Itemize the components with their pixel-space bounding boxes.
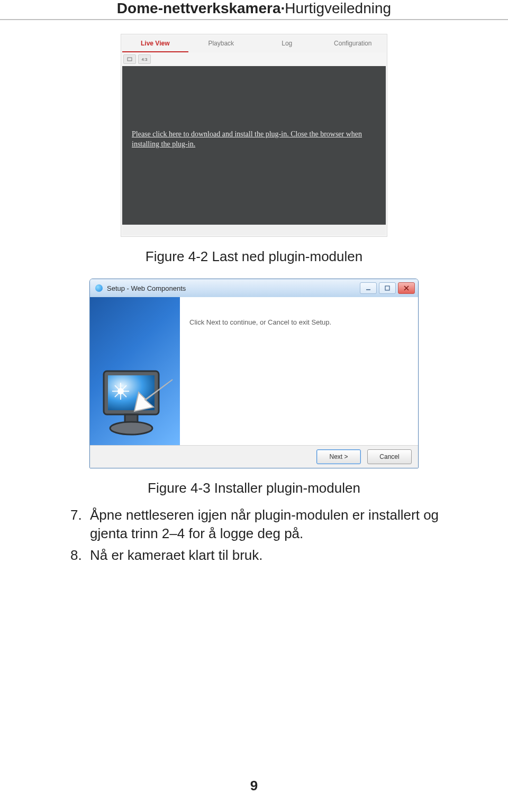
header-light: Hurtigveiledning [285, 0, 391, 16]
svg-rect-2 [385, 286, 389, 290]
tab-configuration[interactable]: Configuration [320, 35, 386, 52]
header-bold: Dome-nettverkskamera· [117, 0, 285, 16]
svg-point-12 [117, 388, 124, 394]
dialog-side-graphic [90, 297, 180, 445]
tab-live-view[interactable]: Live View [122, 35, 188, 52]
monitor-arrow-icon [94, 352, 174, 442]
cancel-button[interactable]: Cancel [367, 449, 412, 464]
dialog-title: Setup - Web Components [107, 284, 186, 292]
caption-4-3: Figure 4-3 Installer plugin-modulen [53, 480, 455, 496]
figure-4-2: Live View Playback Log Configuration 4:3… [121, 34, 387, 237]
minimize-icon [366, 285, 371, 291]
tab-log[interactable]: Log [254, 35, 320, 52]
toolbar-43-button[interactable]: 4:3 [138, 54, 151, 64]
svg-point-14 [110, 422, 152, 435]
page-number: 9 [0, 778, 508, 794]
webui-tabs: Live View Playback Log Configuration [122, 35, 386, 52]
video-area: Please click here to download and instal… [122, 66, 386, 225]
caption-4-2: Figure 4-2 Last ned plugin-modulen [53, 248, 455, 265]
page-header: Dome-nettverkskamera·Hurtigveiledning [0, 0, 508, 20]
webui-toolbar: 4:3 [122, 52, 386, 66]
dialog-content: Click Next to continue, or Cancel to exi… [180, 297, 418, 445]
dialog-button-bar: Next > Cancel [90, 445, 418, 468]
dialog-titlebar: Setup - Web Components [90, 279, 418, 297]
maximize-icon [385, 285, 390, 291]
webui-footer [122, 225, 386, 235]
svg-rect-0 [128, 58, 132, 61]
download-plugin-link[interactable]: Please click here to download and instal… [132, 130, 376, 150]
rect-icon [127, 57, 132, 61]
tab-playback[interactable]: Playback [188, 35, 255, 52]
maximize-button[interactable] [379, 282, 396, 294]
minimize-button[interactable] [360, 282, 377, 294]
next-button[interactable]: Next > [316, 449, 361, 464]
close-button[interactable] [398, 282, 415, 294]
figure-4-3: Setup - Web Components [89, 279, 419, 468]
step-7: Åpne nettleseren igjen når plugin-module… [86, 506, 455, 543]
toolbar-aspect-button[interactable] [123, 54, 136, 64]
step-list: Åpne nettleseren igjen når plugin-module… [53, 506, 455, 565]
setup-icon [95, 284, 103, 292]
step-8: Nå er kameraet klart til bruk. [86, 546, 455, 565]
close-icon [404, 285, 409, 291]
